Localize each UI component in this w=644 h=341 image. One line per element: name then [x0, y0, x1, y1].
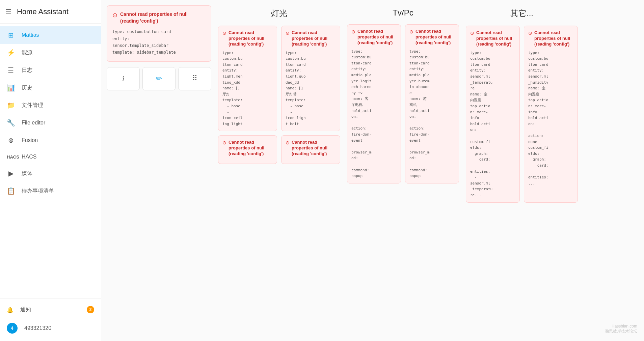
grid-button[interactable]: ⠿ — [178, 67, 211, 90]
app-title: Home Assistant — [17, 7, 69, 16]
medium-error-code: type: custom:bu tton-card entity: media_… — [351, 49, 397, 179]
user-badge: 4 — [7, 323, 18, 334]
section-title-lights: 灯光 — [218, 5, 340, 22]
small-error-title: Cannot read properties of null (reading … — [415, 29, 455, 46]
error-icon: ⊙ — [351, 29, 355, 34]
main-content: ⊙ Cannot read properties of null (readin… — [101, 0, 644, 341]
sidebar-item-history[interactable]: 📊 历史 — [0, 79, 101, 96]
log-icon: ☰ — [7, 66, 15, 74]
error-icon: ⊙ — [222, 140, 226, 145]
quick-buttons: i ✏ ⠿ — [107, 67, 211, 90]
small-error-header: ⊙ Cannot read properties of null (readin… — [286, 140, 336, 157]
menu-icon[interactable]: ☰ — [5, 8, 11, 16]
left-panel: ⊙ Cannot read properties of null (readin… — [107, 5, 211, 336]
edit-button[interactable]: ✏ — [142, 67, 176, 90]
sidebar-item-label: Mattias — [22, 32, 39, 38]
sidebar-item-media[interactable]: ▶ 媒体 — [0, 165, 101, 182]
section-other: 其它... ⊙ Cannot read properties of null (… — [466, 5, 578, 336]
grid-icon: ⠿ — [192, 74, 197, 83]
wrench-icon: 🔧 — [7, 119, 15, 127]
tvpc-cards-row1: ⊙ Cannot read properties of null (readin… — [347, 24, 459, 183]
other-error-card-1: ⊙ Cannot read properties of null (readin… — [466, 26, 520, 203]
error-icon: ⊙ — [528, 30, 532, 36]
other-error-card-2: ⊙ Cannot read properties of null (readin… — [524, 26, 578, 203]
small-error-header: ⊙ Cannot read properties of null (readin… — [470, 30, 515, 47]
sidebar-item-todo[interactable]: 📋 待办事项清单 — [0, 182, 101, 200]
sidebar-header: ☰ Home Assistant — [0, 0, 101, 24]
section-title-other: 其它... — [466, 5, 578, 22]
small-error-title: Cannot read properties of null (reading … — [292, 30, 336, 47]
sidebar-item-label: 待办事项清单 — [22, 188, 54, 195]
section-lights: 灯光 ⊙ Cannot read properties of null (rea… — [218, 5, 340, 336]
small-error-header: ⊙ Cannot read properties of null (readin… — [528, 30, 573, 47]
todo-icon: 📋 — [7, 187, 15, 195]
small-error-header: ⊙ Cannot read properties of null (readin… — [286, 30, 336, 47]
sidebar-item-fusion[interactable]: ⊗ Fusion — [0, 132, 101, 149]
sidebar-item-mattias[interactable]: ⊞ Mattias — [0, 26, 101, 44]
history-icon: 📊 — [7, 84, 15, 92]
fusion-icon: ⊗ — [7, 136, 15, 144]
dashboard: ⊙ Cannot read properties of null (readin… — [101, 0, 644, 341]
error-icon: ⊙ — [112, 11, 117, 19]
tvpc-error-card-1: ⊙ Cannot read properties of null (readin… — [347, 24, 401, 183]
sidebar-item-hacs[interactable]: HACS HACS — [0, 149, 101, 165]
light-error-card-4: ⊙ Cannot read properties of null (readin… — [281, 135, 340, 164]
small-error-title: Cannot read properties of null (reading … — [229, 140, 273, 157]
notification-item[interactable]: 🔔 通知 2 — [0, 301, 101, 318]
sidebar-item-label: 能源 — [22, 49, 32, 56]
small-error-title: Cannot read properties of null (reading … — [357, 29, 397, 46]
user-id-label: 493321320 — [24, 325, 51, 331]
error-icon: ⊙ — [286, 140, 290, 145]
small-error-header: ⊙ Cannot read properties of null (readin… — [222, 30, 273, 47]
small-error-code: type: custom:bu tton-card entity: light.… — [286, 50, 336, 127]
notification-badge: 2 — [87, 306, 94, 313]
user-id-item[interactable]: 4 493321320 — [0, 318, 101, 338]
medium-error-code: type: custom:bu tton-card entity: sensor… — [470, 50, 515, 198]
medium-error-code: type: custom:bu tton-card entity: media_… — [409, 49, 455, 179]
hacs-icon: HACS — [7, 154, 15, 160]
error-card-header: ⊙ Cannot read properties of null (readin… — [112, 11, 206, 24]
section-title-tvpc: Tv/Pc — [347, 5, 459, 20]
sidebar-item-label: Fusion — [22, 137, 38, 143]
light-error-card-1: ⊙ Cannot read properties of null (readin… — [218, 26, 277, 131]
light-error-card-2: ⊙ Cannot read properties of null (readin… — [281, 26, 340, 131]
main-error-card: ⊙ Cannot read properties of null (readin… — [107, 5, 211, 62]
error-title: Cannot read properties of null (reading … — [120, 11, 206, 24]
error-icon: ⊙ — [470, 30, 474, 36]
small-error-title: Cannot read properties of null (reading … — [534, 30, 573, 47]
small-error-title: Cannot read properties of null (reading … — [292, 140, 336, 157]
sidebar-item-label: HACS — [22, 154, 36, 160]
error-icon: ⊙ — [222, 30, 226, 36]
medium-error-code: type: custom:bu tton-card entity: sensor… — [528, 50, 573, 187]
info-button[interactable]: i — [107, 67, 140, 90]
sidebar-bottom: 🔔 通知 2 4 493321320 — [0, 298, 101, 341]
small-error-header: ⊙ Cannot read properties of null (readin… — [409, 29, 455, 46]
folder-icon: 📁 — [7, 101, 15, 109]
sidebar-nav: ⊞ Mattias ⚡ 能源 ☰ 日志 📊 历史 📁 文件管理 🔧 File e… — [0, 24, 101, 298]
sidebar-item-label: 文件管理 — [22, 102, 43, 109]
sidebar-item-label: 媒体 — [22, 170, 32, 177]
lights-cards-row2: ⊙ Cannot read properties of null (readin… — [218, 135, 340, 164]
lights-cards-row1: ⊙ Cannot read properties of null (readin… — [218, 26, 340, 131]
info-icon: i — [122, 74, 125, 83]
error-code: type: custom:button-card entity: sensor.… — [112, 28, 206, 56]
notification-label: 通知 — [20, 306, 31, 313]
sidebar: ☰ Home Assistant ⊞ Mattias ⚡ 能源 ☰ 日志 📊 历… — [0, 0, 101, 341]
small-error-header: ⊙ Cannot read properties of null (readin… — [351, 29, 397, 46]
sidebar-item-energy[interactable]: ⚡ 能源 — [0, 44, 101, 61]
sidebar-item-label: 历史 — [22, 84, 32, 91]
sidebar-item-log[interactable]: ☰ 日志 — [0, 61, 101, 79]
error-icon: ⊙ — [409, 29, 413, 34]
other-cards-row1: ⊙ Cannot read properties of null (readin… — [466, 26, 578, 203]
small-error-title: Cannot read properties of null (reading … — [476, 30, 515, 47]
pencil-icon: ✏ — [156, 74, 162, 83]
media-icon: ▶ — [7, 169, 15, 177]
small-error-title: Cannot read properties of null (reading … — [229, 30, 273, 47]
sidebar-item-label: File editor — [22, 120, 45, 126]
error-icon: ⊙ — [286, 30, 290, 36]
sidebar-item-label: 日志 — [22, 67, 32, 74]
section-tvpc: Tv/Pc ⊙ Cannot read properties of null (… — [347, 5, 459, 336]
energy-icon: ⚡ — [7, 49, 15, 57]
sidebar-item-file-editor[interactable]: 🔧 File editor — [0, 114, 101, 132]
sidebar-item-files[interactable]: 📁 文件管理 — [0, 96, 101, 114]
